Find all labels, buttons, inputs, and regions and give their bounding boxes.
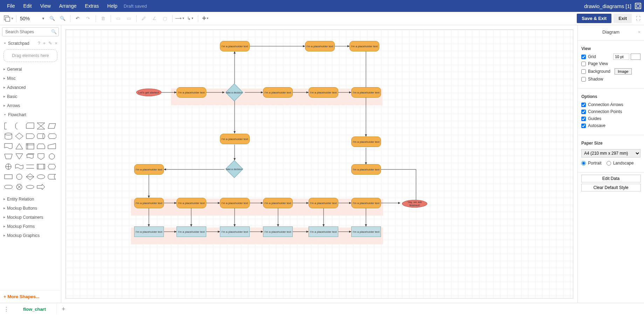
node-process[interactable]: I'm a placeholder text (309, 198, 338, 208)
shape-annotation2[interactable] (14, 121, 25, 131)
tab-active[interactable]: flow_chart (13, 304, 57, 315)
cat-entity[interactable]: Entity Relation (0, 195, 61, 204)
shape-extract[interactable] (14, 141, 25, 151)
shape-multi-doc[interactable] (25, 151, 35, 161)
menu-file[interactable]: File (3, 1, 19, 11)
node-process[interactable]: I'm a placeholder text (134, 164, 164, 175)
shape-sum[interactable] (14, 182, 25, 192)
shape-display[interactable] (46, 131, 57, 141)
node-process[interactable]: I'm a placeholder text (220, 41, 250, 51)
view-mode-icon[interactable]: ▼ (4, 13, 14, 24)
shape-direct-data[interactable] (35, 131, 46, 141)
search-input[interactable] (2, 27, 59, 36)
clear-style-button[interactable]: Clear Default Style (581, 184, 641, 191)
node-sub[interactable]: I'm a placeholder text (309, 226, 338, 237)
fullscreen-icon[interactable]: ⛶ (636, 16, 640, 21)
shape-parallel[interactable] (25, 161, 35, 172)
scratchpad-tools[interactable]: ? + ✎ × (38, 41, 58, 46)
grid-checkbox[interactable]: Grid (581, 53, 596, 60)
zoom-control[interactable]: 50%▼ (19, 15, 45, 22)
node-process[interactable]: I'm a placeholder text (309, 87, 338, 98)
shape-sort2[interactable] (25, 172, 35, 182)
portrait-radio[interactable]: Portrait (581, 160, 602, 167)
shape-delay[interactable] (25, 131, 35, 141)
node-process[interactable]: I'm a placeholder text (176, 198, 206, 208)
shape-annotation[interactable] (3, 121, 14, 131)
shape-merge[interactable] (14, 151, 25, 161)
close-icon[interactable]: × (638, 29, 640, 35)
shadow-checkbox[interactable]: Shadow (581, 76, 640, 83)
pageview-checkbox[interactable]: Page View (581, 60, 640, 67)
grid-color-swatch[interactable] (631, 54, 640, 60)
shape-collate[interactable] (35, 121, 46, 131)
node-process[interactable]: I'm a placeholder text (263, 198, 293, 208)
cat-mockup-cont[interactable]: Mockup Containers (0, 213, 61, 222)
menu-arrange[interactable]: Arrange (55, 1, 81, 11)
scratchpad-header[interactable]: Scratchpad ? + ✎ × (0, 38, 61, 48)
node-process[interactable]: I'm a placeholder text (176, 87, 206, 98)
shape-predefined[interactable] (35, 161, 46, 172)
save-exit-button[interactable]: Save & Exit (577, 14, 611, 23)
shape-internal-storage[interactable] (25, 141, 35, 151)
node-process[interactable]: I'm a placeholder text (263, 87, 293, 98)
node-process[interactable]: I'm a placeholder text (134, 198, 164, 208)
cat-misc[interactable]: Misc (0, 74, 61, 83)
shape-manual-op[interactable] (3, 151, 14, 161)
edit-data-button[interactable]: Edit Data (581, 175, 641, 182)
cat-mockup-btn[interactable]: Mockup Buttons (0, 204, 61, 213)
shape-document[interactable] (3, 141, 14, 151)
shape-transfer[interactable] (35, 182, 46, 192)
canvas[interactable]: I'm a placeholder text I'm a placeholder… (61, 25, 577, 303)
node-decision[interactable]: take a decision (226, 84, 243, 101)
node-sub[interactable]: I'm a placeholder text (220, 226, 250, 237)
node-process[interactable]: I'm a placeholder text (351, 136, 381, 147)
scratchpad-dropzone[interactable]: Drag elements here (4, 49, 57, 62)
zoom-out-icon[interactable]: 🔍 (57, 13, 68, 24)
undo-icon[interactable]: ↶ (72, 13, 83, 24)
node-end[interactable]: Yay, we are finished! (402, 200, 427, 208)
zoom-in-icon[interactable]: 🔍 (47, 13, 57, 24)
zoom-value[interactable]: 50% (19, 15, 40, 22)
node-process[interactable]: I'm a placeholder text (349, 41, 379, 51)
node-start[interactable]: Let's get started! (136, 89, 161, 96)
cat-mockup-gfx[interactable]: Mockup Graphics (0, 231, 61, 240)
pages-icon[interactable] (635, 3, 641, 9)
background-checkbox[interactable]: BackgroundImage (581, 67, 640, 76)
shape-decision[interactable] (14, 131, 25, 141)
node-process[interactable]: I'm a placeholder text (220, 198, 250, 208)
conn-arrows-checkbox[interactable]: Connection Arrows (581, 101, 640, 108)
shape-card[interactable] (25, 121, 35, 131)
cat-mockup-forms[interactable]: Mockup Forms (0, 222, 61, 231)
more-shapes-link[interactable]: + More Shapes... (0, 290, 61, 303)
menu-view[interactable]: View (36, 1, 55, 11)
landscape-radio[interactable]: Landscape (607, 160, 634, 167)
node-process[interactable]: I'm a placeholder text (305, 41, 335, 51)
shape-sort[interactable] (14, 172, 25, 182)
shape-process[interactable] (3, 172, 14, 182)
image-button[interactable]: Image (615, 68, 632, 75)
canvas-grid[interactable]: I'm a placeholder text I'm a placeholder… (65, 29, 573, 299)
shape-loop-limit[interactable] (35, 141, 46, 151)
cat-arrows[interactable]: Arrows (0, 101, 61, 110)
shape-data[interactable] (46, 121, 57, 131)
shape-tape[interactable] (25, 182, 35, 192)
redo-icon[interactable]: ↷ (83, 13, 94, 24)
shape-database[interactable] (3, 131, 14, 141)
conn-points-checkbox[interactable]: Connection Points (581, 108, 640, 115)
node-process[interactable]: I'm a placeholder text (220, 134, 250, 144)
node-sub[interactable]: I'm a placeholder text (176, 226, 206, 237)
shape-start[interactable] (35, 172, 46, 182)
node-process[interactable]: I'm a placeholder text (351, 87, 381, 98)
menu-edit[interactable]: Edit (19, 1, 36, 11)
connection-icon[interactable]: ⟶▼ (175, 13, 185, 24)
autosave-checkbox[interactable]: Autosave (581, 122, 640, 129)
search-icon[interactable]: 🔍 (51, 29, 57, 34)
shape-manual-input[interactable] (46, 141, 57, 151)
menu-help[interactable]: Help (103, 1, 122, 11)
shape-offpage[interactable] (35, 151, 46, 161)
add-tab-icon[interactable]: + (57, 303, 70, 315)
insert-icon[interactable]: +▼ (200, 13, 211, 24)
exit-button[interactable]: Exit (614, 14, 632, 23)
cat-general[interactable]: General (0, 65, 61, 74)
paper-size-select[interactable]: A4 (210 mm x 297 mm) (581, 149, 640, 158)
